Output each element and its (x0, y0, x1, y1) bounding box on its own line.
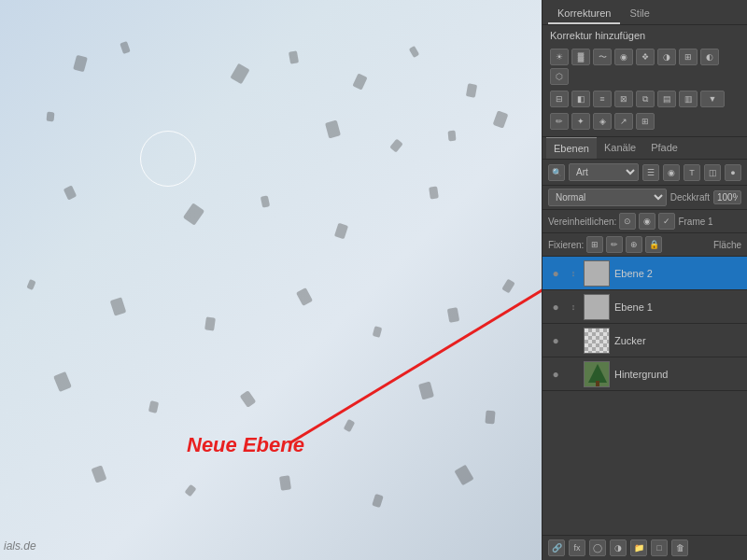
add-mask-button[interactable]: ◯ (589, 539, 606, 556)
add-group-button[interactable]: 📁 (630, 539, 647, 556)
adjustments-icons-row2: ⊟ ◧ ≡ ⊠ ⧉ ▤ ▥ ▼ (543, 88, 747, 110)
layers-list: ● ↕ Ebene 2 ● ↕ Ebene 1 ● Zucker ● (543, 257, 747, 535)
circle-selection (140, 131, 196, 187)
layer-filter-select[interactable]: Art (569, 163, 639, 181)
flaeche-label: Fläche (713, 240, 741, 250)
add-style-button[interactable]: fx (569, 539, 585, 556)
adj-brightness-icon[interactable]: ☀ (550, 49, 569, 65)
visibility-icon-zucker[interactable]: ● (548, 333, 563, 348)
layer-name-ebene2: Ebene 2 (614, 268, 741, 279)
layers-panel: Ebenen Kanäle Pfade 🔍 Art ☰ ◉ T ◫ ● Norm… (543, 137, 747, 560)
visibility-icon-ebene2[interactable]: ● (548, 266, 563, 281)
layer-name-hintergrund: Hintergrund (614, 369, 741, 380)
visibility-icon-hintergrund[interactable]: ● (548, 367, 563, 382)
add-adjustment-button[interactable]: ◑ (610, 539, 627, 556)
layer-name-zucker: Zucker (614, 335, 741, 346)
tab-stile[interactable]: Stile (620, 4, 658, 24)
vereinh-icon2[interactable]: ◉ (639, 213, 655, 230)
delete-layer-button[interactable]: 🗑 (671, 539, 688, 556)
layers-search-row: 🔍 Art ☰ ◉ T ◫ ● (543, 160, 747, 186)
frame-label: Frame 1 (678, 217, 712, 227)
canvas-area: Neue Ebene ials.de (0, 0, 542, 560)
vereinheitlichen-row: Vereinheitlichen: ⊙ ◉ ✓ Frame 1 (543, 210, 747, 233)
adj-colorbalance-icon[interactable]: ⊞ (679, 49, 698, 65)
layer-item-ebene2[interactable]: ● ↕ Ebene 2 (543, 257, 747, 290)
filter-icon1[interactable]: ☰ (642, 164, 659, 181)
annotation-text: Neue Ebene (187, 433, 304, 457)
link-icon-ebene1: ↕ (568, 302, 579, 312)
tab-pfade[interactable]: Pfade (643, 137, 685, 159)
adjustments-tabs: Korrekturen Stile (543, 4, 747, 25)
add-layer-button[interactable]: □ (651, 539, 668, 556)
adj-wand-icon[interactable]: ✦ (571, 113, 590, 130)
adj-hue-icon[interactable]: ◑ (657, 49, 676, 65)
vereinh-icon1[interactable]: ⊙ (619, 213, 636, 230)
svg-rect-4 (596, 381, 599, 386)
tab-korrekturen[interactable]: Korrekturen (548, 4, 620, 24)
canvas-background: Neue Ebene ials.de (0, 0, 542, 560)
adj-drop-icon[interactable]: ◈ (593, 113, 612, 130)
adj-extra1-icon[interactable]: ⊞ (636, 113, 655, 130)
adj-photo-icon[interactable]: ⬡ (550, 68, 569, 85)
adj-exposure-icon[interactable]: ◉ (614, 49, 633, 65)
filter-toggle[interactable]: ● (725, 164, 741, 181)
adj-gradient-icon[interactable]: ▤ (657, 91, 676, 107)
right-panel: Korrekturen Stile Korrektur hinzufügen ☀… (542, 0, 747, 560)
fix-icon2[interactable]: ✏ (606, 236, 623, 253)
adjustments-title: Korrektur hinzufügen (543, 25, 747, 46)
layer-item-hintergrund[interactable]: ● Hintergrund (543, 357, 747, 391)
adj-blackwhite-icon[interactable]: ◐ (700, 49, 719, 65)
fix-icon4[interactable]: 🔒 (645, 236, 662, 253)
tab-kanaele[interactable]: Kanäle (597, 137, 643, 159)
visibility-icon-ebene1[interactable]: ● (548, 300, 563, 315)
vereinh-icon3[interactable]: ✓ (658, 213, 675, 230)
adj-curves-icon[interactable]: 〜 (593, 49, 612, 65)
adj-pencil-icon[interactable]: ✏ (550, 113, 569, 130)
adj-levels-icon[interactable]: ▓ (571, 49, 590, 65)
adj-threshold-icon[interactable]: ⊠ (614, 91, 633, 107)
adjustments-icons-row3: ✏ ✦ ◈ ↗ ⊞ (543, 110, 747, 133)
adj-vibrance-icon[interactable]: ❖ (636, 49, 655, 65)
adjustments-panel: Korrekturen Stile Korrektur hinzufügen ☀… (543, 0, 747, 137)
fixieren-row: Fixieren: ⊞ ✏ ⊕ 🔒 Fläche (543, 233, 747, 257)
adj-arrow-icon[interactable]: ↗ (614, 113, 633, 130)
adj-solid-icon[interactable]: ▥ (679, 91, 698, 107)
fix-icon1[interactable]: ⊞ (586, 236, 603, 253)
vereinheitlichen-label: Vereinheitlichen: (548, 217, 616, 227)
opacity-label: Deckkraft (670, 192, 710, 203)
adjustments-icons-row1: ☀ ▓ 〜 ◉ ❖ ◑ ⊞ ◐ ⬡ (543, 46, 747, 88)
adj-down-icon[interactable]: ▼ (700, 91, 725, 107)
filter-icon2[interactable]: ◉ (663, 164, 680, 181)
layers-tabs: Ebenen Kanäle Pfade (543, 137, 747, 160)
thumb-zucker (584, 328, 610, 354)
blend-mode-row: Normal Deckkraft (543, 186, 747, 210)
adj-invert-icon[interactable]: ◧ (571, 91, 590, 107)
fix-icon3[interactable]: ⊕ (626, 236, 642, 253)
fixieren-label: Fixieren: (548, 240, 584, 250)
watermark-text: ials.de (4, 539, 36, 553)
layers-toolbar: 🔗 fx ◯ ◑ 📁 □ 🗑 (543, 535, 747, 560)
tab-ebenen[interactable]: Ebenen (546, 137, 597, 159)
adj-selectivecolor-icon[interactable]: ⧉ (636, 91, 655, 107)
thumb-ebene1 (584, 294, 610, 320)
layer-item-zucker[interactable]: ● Zucker (543, 324, 747, 357)
layer-item-ebene1[interactable]: ● ↕ Ebene 1 (543, 290, 747, 324)
blend-mode-select[interactable]: Normal (548, 189, 667, 206)
layer-name-ebene1: Ebene 1 (614, 301, 741, 313)
opacity-input[interactable] (713, 190, 741, 204)
filter-icon3[interactable]: T (684, 164, 700, 181)
search-icon[interactable]: 🔍 (548, 164, 565, 181)
adj-channel-icon[interactable]: ⊟ (550, 91, 569, 107)
adj-posterize-icon[interactable]: ≡ (593, 91, 612, 107)
filter-icon4[interactable]: ◫ (704, 164, 721, 181)
add-link-button[interactable]: 🔗 (548, 539, 565, 556)
link-icon-ebene2: ↕ (568, 269, 579, 278)
thumb-ebene2 (584, 260, 610, 287)
thumb-hintergrund (584, 361, 610, 387)
